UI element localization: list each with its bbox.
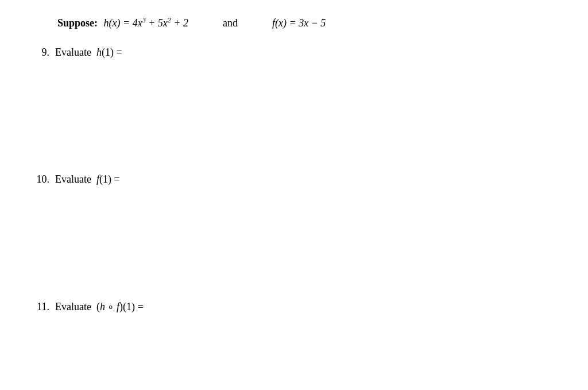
q11-text: Evaluate (h ∘ f)(1) =: [55, 300, 144, 313]
q11-number: 11.: [29, 301, 49, 313]
q10-text: Evaluate f(1) =: [55, 173, 120, 186]
q9-text: Evaluate h(1) =: [55, 47, 122, 59]
question-9: 9. Evaluate h(1) =: [23, 47, 565, 59]
and-word: and: [223, 17, 238, 29]
q9-number: 9.: [29, 47, 49, 59]
h-function: h(x) = 4x3 + 5x2 + 2: [101, 17, 188, 29]
suppose-label: Suppose:: [57, 17, 98, 29]
question-10: 10. Evaluate f(1) =: [23, 173, 565, 186]
q10-number: 10.: [29, 173, 49, 186]
f-function: f(x) = 3x − 5: [272, 17, 326, 29]
header-line: Suppose: h(x) = 4x3 + 5x2 + 2 and f(x) =…: [23, 17, 565, 29]
page: Suppose: h(x) = 4x3 + 5x2 + 2 and f(x) =…: [0, 0, 588, 390]
question-11: 11. Evaluate (h ∘ f)(1) =: [23, 300, 565, 313]
